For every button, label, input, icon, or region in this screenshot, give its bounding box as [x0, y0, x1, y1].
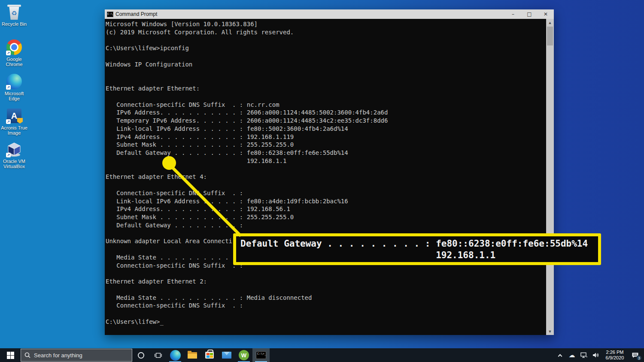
console-line: [106, 76, 546, 84]
notification-badge: 3: [636, 355, 642, 361]
console-line: Connection-specific DNS Suffix . : nc.rr…: [106, 101, 546, 109]
system-tray: ☁ 2:26 PM 6/9/2020: [555, 348, 644, 362]
close-button[interactable]: ✕: [538, 9, 554, 19]
shortcut-arrow-icon: ↗: [6, 119, 11, 124]
desktop-icon-label: Recycle Bin: [0, 21, 28, 27]
recycle-bin-icon: ♻: [6, 3, 23, 21]
desktop-icon-google-chrome[interactable]: ↗ Google Chrome: [0, 39, 28, 67]
minimize-button[interactable]: –: [505, 9, 521, 19]
console-line: Ethernet adapter Ethernet:: [106, 84, 546, 93]
console-line: Ethernet adapter Ethernet 4:: [106, 173, 546, 181]
console-line: Link-local IPv6 Address . . . . . : fe80…: [106, 125, 546, 133]
console-line: [106, 93, 546, 101]
window-titlebar[interactable]: C:\ Command Prompt – □ ✕: [105, 9, 554, 19]
default-gateway-callout: Default Gateway . . . . . . . . . : fe80…: [233, 233, 601, 265]
volume-tray-button[interactable]: [591, 348, 601, 362]
window-title: Command Prompt: [115, 11, 505, 17]
task-view-button[interactable]: [149, 348, 167, 362]
command-prompt-icon: C:\>_: [256, 351, 266, 359]
taskbar: W C:\>_ ☁ 2:26 PM: [0, 348, 644, 362]
microsoft-store-icon: [205, 352, 214, 359]
console-line: IPv4 Address. . . . . . . . . . . : 192.…: [106, 133, 546, 141]
console-line: Windows IP Configuration: [106, 60, 546, 69]
console-line: Ethernet adapter Ethernet 2:: [106, 278, 546, 286]
tray-time: 2:26 PM: [606, 350, 624, 355]
taskbar-mail-button[interactable]: [218, 348, 235, 362]
taskbar-clock[interactable]: 2:26 PM 6/9/2020: [603, 350, 627, 361]
taskbar-edge-button[interactable]: [167, 348, 184, 362]
command-prompt-window: C:\ Command Prompt – □ ✕ Microsoft Windo…: [105, 9, 554, 335]
desktop-icon-acronis-true-image[interactable]: A ↗ Acronis True Image: [0, 107, 28, 136]
virtualbox-icon: ↗: [6, 141, 23, 158]
console-line: IPv4 Address. . . . . . . . . . . : 192.…: [106, 205, 546, 213]
console-line: [106, 69, 546, 77]
console-line: [106, 181, 546, 189]
console-output: Microsoft Windows [Version 10.0.18363.83…: [105, 19, 546, 335]
console-line: [106, 36, 546, 45]
cortana-icon: [138, 352, 144, 359]
console-line: [106, 269, 546, 278]
console-line: IPv6 Address. . . . . . . . . . . : 2606…: [106, 109, 546, 117]
search-input[interactable]: [34, 352, 120, 359]
speaker-icon: [592, 352, 599, 358]
scrollbar-thumb[interactable]: [547, 27, 553, 45]
console-line: Connection-specific DNS Suffix . :: [106, 189, 546, 197]
start-button[interactable]: [0, 348, 21, 362]
scrollbar[interactable]: ▲ ▼: [546, 19, 554, 335]
console-line: Microsoft Windows [Version 10.0.18363.83…: [106, 20, 546, 28]
task-view-icon: [155, 352, 162, 359]
console-line: C:\Users\lifew>_: [106, 318, 546, 326]
acronis-icon: A ↗: [6, 107, 23, 124]
desktop-icon-label: Acronis True Image: [0, 125, 28, 136]
taskbar-file-explorer-button[interactable]: [184, 348, 201, 362]
chrome-icon: ↗: [6, 39, 23, 56]
webroot-icon: W: [239, 350, 249, 360]
console-line: [106, 286, 546, 294]
console-line: Temporary IPv6 Address. . . . . . : 2606…: [106, 117, 546, 125]
console-line: Media State . . . . . . . . . . . : Medi…: [106, 294, 546, 302]
taskbar-store-button[interactable]: [201, 348, 218, 362]
desktop-icon-recycle-bin[interactable]: ♻ Recycle Bin: [0, 3, 28, 27]
console-line: Subnet Mask . . . . . . . . . . . : 255.…: [106, 141, 546, 149]
console-line: [106, 52, 546, 60]
search-icon: [24, 352, 30, 358]
desktop-icon-label: Microsoft Edge: [0, 91, 28, 101]
console-line: Subnet Mask . . . . . . . . . . . : 255.…: [106, 213, 546, 221]
edge-icon: ↗: [6, 73, 23, 90]
shortcut-arrow-icon: ↗: [6, 51, 11, 55]
shortcut-arrow-icon: ↗: [6, 85, 11, 90]
taskbar-command-prompt-button[interactable]: C:\>_: [252, 348, 270, 362]
scroll-up-icon[interactable]: ▲: [546, 19, 554, 26]
onedrive-tray-button[interactable]: ☁: [567, 348, 577, 362]
edge-icon: [170, 350, 181, 361]
chevron-up-icon: [558, 354, 562, 358]
network-tray-button[interactable]: [579, 348, 589, 362]
desktop-icon-microsoft-edge[interactable]: ↗ Microsoft Edge: [0, 73, 28, 101]
console-line: Default Gateway . . . . . . . . . : fe80…: [106, 149, 546, 157]
cortana-button[interactable]: [132, 348, 149, 362]
network-icon: [580, 352, 587, 358]
file-explorer-icon: [188, 352, 197, 359]
action-center-button[interactable]: 3: [629, 348, 641, 362]
windows-logo-icon: [7, 352, 14, 359]
console-line: Link-local IPv6 Address . . . . . : fe80…: [106, 197, 546, 205]
scroll-down-icon[interactable]: ▼: [546, 328, 554, 335]
desktop-icon-oracle-vm-virtualbox[interactable]: ↗ Oracle VM VirtualBox: [0, 141, 28, 169]
console-line: Default Gateway . . . . . . . . . :: [106, 221, 546, 229]
desktop-icon-label: Oracle VM VirtualBox: [0, 159, 28, 169]
tray-chevron-button[interactable]: [555, 348, 565, 362]
console-line: [106, 165, 546, 173]
callout-line-1: Default Gateway . . . . . . . . . : fe80…: [240, 238, 598, 250]
console-line: 192.168.1.1: [106, 157, 546, 165]
tray-date: 6/9/2020: [606, 355, 624, 361]
maximize-button[interactable]: □: [521, 9, 538, 19]
console-line: Connection-specific DNS Suffix . :: [106, 302, 546, 310]
taskbar-search[interactable]: [21, 349, 132, 362]
cloud-icon: ☁: [569, 351, 575, 359]
taskbar-webroot-button[interactable]: W: [235, 348, 252, 362]
callout-line-2: 192.168.1.1: [436, 250, 598, 261]
console-line: C:\Users\lifew>ipconfig: [106, 44, 546, 52]
shortcut-arrow-icon: ↗: [6, 153, 11, 157]
console-line: (c) 2019 Microsoft Corporation. All righ…: [106, 28, 546, 36]
cmd-window-icon: C:\: [107, 12, 113, 17]
